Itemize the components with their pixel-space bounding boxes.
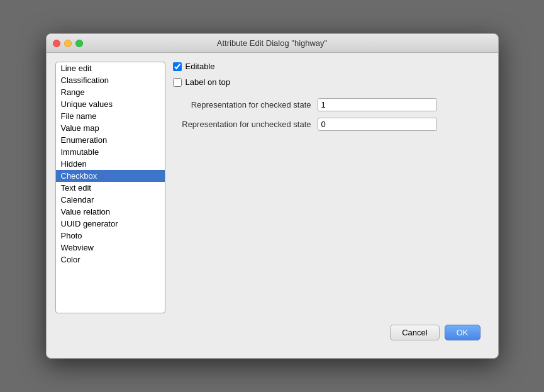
unchecked-state-input[interactable] [318,118,437,131]
editable-label: Editable [186,62,215,71]
list-item-hidden[interactable]: Hidden [56,158,165,170]
main-row: Line editClassificationRangeUnique value… [55,62,489,313]
list-item-color[interactable]: Color [56,254,165,266]
traffic-lights [53,40,83,47]
label-on-top-checkbox[interactable] [173,78,182,87]
editable-checkbox[interactable] [173,62,182,71]
label-on-top-label: Label on top [186,77,231,87]
list-item-immutable[interactable]: Immutable [56,146,165,158]
cancel-button[interactable]: Cancel [390,325,439,340]
label-on-top-row: Label on top [173,77,489,87]
titlebar: Attribute Edit Dialog "highway" [47,34,498,53]
list-item-enumeration[interactable]: Enumeration [56,134,165,146]
list-item-text-edit[interactable]: Text edit [56,182,165,194]
list-panel: Line editClassificationRangeUnique value… [55,62,165,313]
list-item-range[interactable]: Range [56,86,165,98]
checked-state-row: Representation for checked state [173,98,489,111]
spacer [173,137,489,313]
maximize-button[interactable] [75,40,83,47]
window-title: Attribute Edit Dialog "highway" [217,38,327,48]
unchecked-state-row: Representation for unchecked state [173,118,489,131]
close-button[interactable] [53,40,60,47]
list-item-value-map[interactable]: Value map [56,122,165,134]
right-panel: Editable Label on top Representation for… [173,62,489,313]
list-item-line-edit[interactable]: Line edit [56,62,165,74]
editable-row: Editable [173,62,489,71]
list-item-calendar[interactable]: Calendar [56,194,165,206]
dialog-window: Attribute Edit Dialog "highway" Line edi… [46,33,499,359]
window-content: Line editClassificationRangeUnique value… [47,53,498,358]
list-item-unique-values[interactable]: Unique values [56,98,165,110]
bottom-bar: Cancel OK [55,320,489,349]
list-item-photo[interactable]: Photo [56,230,165,242]
list-item-classification[interactable]: Classification [56,74,165,86]
unchecked-state-label: Representation for unchecked state [173,120,311,129]
list-item-checkbox[interactable]: Checkbox [56,170,165,182]
minimize-button[interactable] [64,40,72,47]
list-item-file-name[interactable]: File name [56,110,165,122]
list-item-value-relation[interactable]: Value relation [56,206,165,218]
checked-state-label: Representation for checked state [173,100,311,109]
checked-state-input[interactable] [318,98,437,111]
ok-button[interactable]: OK [445,325,480,340]
list-item-uuid-generator[interactable]: UUID generator [56,218,165,230]
list-item-webview[interactable]: Webview [56,242,165,254]
